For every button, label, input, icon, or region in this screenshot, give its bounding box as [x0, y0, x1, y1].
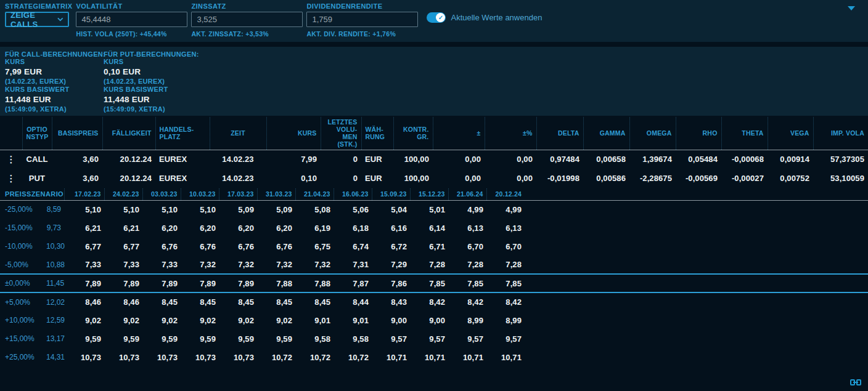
scenario-base-price-cell: 10,30 [43, 237, 64, 256]
dividendenrendite-label: DIVIDENDENRENDITE [306, 2, 418, 10]
put-info-title: FÜR PUT-BERECHNUNGEN: [104, 50, 199, 58]
scenario-value-cell: 6,20 [257, 219, 295, 237]
options-column-header: ± [433, 117, 485, 150]
put-basis-value: 11,448 EUR [104, 95, 199, 104]
scenario-row: +5,00%12,028,468,468,458,458,458,458,458… [0, 292, 868, 311]
options-cell: 0 [321, 150, 361, 169]
scenario-base-price-cell: 14,31 [43, 348, 64, 366]
scenario-date-header: 20.12.24 [486, 188, 525, 200]
call-basis-value: 11,448 EUR [5, 95, 105, 104]
scenario-value-cell: 6,76 [257, 237, 295, 256]
strategiematrix-label: STRATEGIEMATRIX [5, 2, 72, 10]
apply-current-values-toggle-group: ✓ Aktuelle Werte anwenden [427, 12, 542, 23]
options-cell: 7,99 [266, 150, 321, 169]
filler-cell [525, 219, 868, 237]
strategiematrix-select[interactable]: ZEIGE CALLS [5, 12, 69, 27]
scenario-value-cell: 6,18 [334, 219, 372, 237]
options-cell: EUREX [155, 169, 210, 188]
scenario-value-cell: 7,28 [486, 256, 525, 274]
options-cell: 0 [321, 169, 361, 188]
options-cell: EUREX [155, 150, 210, 169]
scenario-date-header: 24.02.23 [104, 188, 142, 200]
volatilitaet-input[interactable] [76, 12, 187, 27]
kebab-menu-icon[interactable]: ⋮ [4, 154, 18, 164]
scenario-percent-cell: -25,00% [0, 200, 43, 219]
option-type-cell: PUT [22, 169, 52, 188]
options-cell: 57,37305 [813, 150, 868, 169]
dividendenrendite-input[interactable] [306, 12, 418, 27]
zinssatz-group: ZINSSATZ AKT. ZINSSATZ: +3,53% [191, 2, 303, 38]
scenario-base-price-cell: 10,88 [43, 256, 64, 274]
scenario-value-cell: 5,09 [257, 200, 295, 219]
scenario-value-cell: 8,45 [295, 292, 334, 311]
scenario-value-cell: 7,87 [334, 274, 372, 292]
scenario-value-cell: 7,89 [219, 274, 257, 292]
filler-cell [525, 348, 868, 366]
scenario-value-cell: 6,13 [448, 219, 486, 237]
scenario-date-header: 03.03.23 [142, 188, 181, 200]
scenario-title: PREISSZENARIO [0, 188, 64, 200]
strategy-toolbar: STRATEGIEMATRIX ZEIGE CALLS VOLATILITÄT … [0, 0, 868, 42]
scenario-row: ±0,00%11,457,897,897,897,897,897,887,887… [0, 274, 868, 292]
options-cell: 0,00 [485, 169, 536, 188]
scenario-value-cell: 8,42 [448, 292, 486, 311]
scenario-base-price-cell: 11,45 [43, 274, 64, 292]
zinssatz-hint: AKT. ZINSSATZ: +3,53% [191, 30, 303, 38]
link-icon[interactable] [850, 379, 861, 386]
scenario-percent-cell: +10,00% [0, 311, 43, 329]
scenario-date-header: 21.06.24 [448, 188, 486, 200]
collapse-panel-icon[interactable] [848, 6, 855, 10]
filler-cell [525, 200, 868, 219]
scenario-date-header: 17.03.23 [219, 188, 257, 200]
options-cell: EUR [361, 169, 393, 188]
scenario-value-cell: 8,42 [486, 292, 525, 311]
zinssatz-input[interactable] [191, 12, 303, 27]
put-info-block: FÜR PUT-BERECHNUNGEN: KURS 0,10 EUR (14.… [104, 50, 199, 113]
scenario-value-cell: 4,99 [486, 200, 525, 219]
options-row[interactable]: ⋮PUT3,6020.12.24EUREX14.02.230,100EUR100… [0, 169, 868, 188]
options-column-header: DELTA [536, 117, 583, 150]
scenario-value-cell: 7,28 [448, 256, 486, 274]
scenario-value-cell: 6,76 [181, 237, 219, 256]
scenario-value-cell: 10,71 [448, 348, 486, 366]
options-cell: 0,10 [266, 169, 321, 188]
put-kurs-value: 0,10 EUR [104, 67, 199, 76]
kebab-menu-icon[interactable]: ⋮ [4, 173, 18, 183]
scenario-value-cell: 6,14 [410, 219, 448, 237]
scenario-row: +15,00%13,179,599,599,599,599,599,599,58… [0, 329, 868, 348]
scenario-date-header: 15.09.23 [372, 188, 410, 200]
scenario-row: -5,00%10,887,337,337,337,327,327,327,327… [0, 256, 868, 274]
scenario-value-cell: 9,02 [219, 311, 257, 329]
options-cell: EUR [361, 150, 393, 169]
scenario-value-cell: 7,32 [295, 256, 334, 274]
scenario-row: -25,00%8,595,105,105,105,105,095,095,085… [0, 200, 868, 219]
zinssatz-label: ZINSSATZ [191, 2, 303, 10]
scenario-row: -10,00%10,306,776,776,766,766,766,766,75… [0, 237, 868, 256]
options-column-header: KURS [266, 117, 321, 150]
scenario-value-cell: 9,02 [104, 311, 142, 329]
scenario-value-cell: 9,58 [334, 329, 372, 348]
scenario-date-header: 31.03.23 [257, 188, 295, 200]
scenario-percent-cell: +5,00% [0, 292, 43, 311]
options-cell: 20.12.24 [102, 169, 155, 188]
scenario-value-cell: 6,20 [181, 219, 219, 237]
scenario-value-cell: 6,70 [486, 237, 525, 256]
scenario-value-cell: 6,20 [142, 219, 181, 237]
chevron-down-icon [57, 17, 63, 22]
scenario-value-cell: 9,59 [64, 329, 104, 348]
scenario-value-cell: 4,99 [448, 200, 486, 219]
scenario-value-cell: 9,01 [295, 311, 334, 329]
scenario-percent-cell: -10,00% [0, 237, 43, 256]
scenario-value-cell: 9,59 [142, 329, 181, 348]
options-column-header: OPTIO NSTYP [22, 117, 52, 150]
scenario-value-cell: 6,13 [486, 219, 525, 237]
scenario-value-cell: 7,89 [181, 274, 219, 292]
apply-current-values-toggle[interactable]: ✓ [427, 12, 446, 23]
options-row[interactable]: ⋮CALL3,6020.12.24EUREX14.02.237,990EUR10… [0, 150, 868, 169]
put-basis-label: KURS BASISWERT [104, 86, 199, 93]
scenario-value-cell: 6,21 [104, 219, 142, 237]
options-column-header: LETZTES VOLU- MEN (STK.) [321, 117, 361, 150]
scenario-value-cell: 7,29 [372, 256, 410, 274]
scenario-value-cell: 8,45 [142, 292, 181, 311]
scenario-value-cell: 10,72 [334, 348, 372, 366]
